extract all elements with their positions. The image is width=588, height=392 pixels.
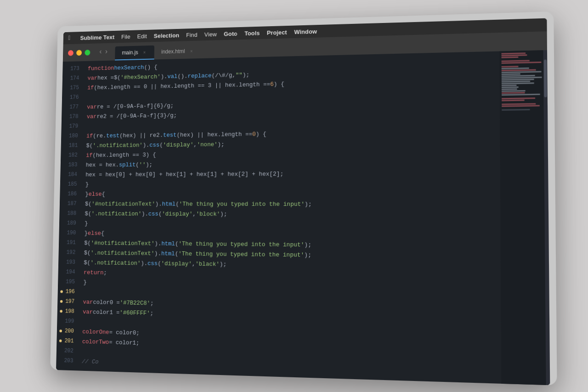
laptop-frame:  Sublime Text File Edit Selection Find … bbox=[50, 11, 557, 385]
tab-index-html[interactable]: index.html × bbox=[154, 44, 202, 59]
minimap-line bbox=[501, 52, 526, 54]
maximize-button[interactable] bbox=[85, 49, 90, 55]
tab-close-index-html[interactable]: × bbox=[188, 48, 194, 54]
screen:  Sublime Text File Edit Selection Find … bbox=[56, 18, 550, 385]
line-number-174: 174 bbox=[62, 73, 85, 83]
minimap-line bbox=[502, 66, 519, 68]
close-button[interactable] bbox=[68, 50, 74, 56]
apple-icon:  bbox=[68, 34, 72, 41]
scrollbar-thumb[interactable] bbox=[544, 59, 547, 97]
minimize-button[interactable] bbox=[76, 50, 82, 56]
line-number-203: 203 bbox=[56, 355, 79, 366]
tab-index-html-label: index.html bbox=[161, 48, 185, 55]
menu-item-goto[interactable]: Goto bbox=[224, 30, 237, 37]
menu-item-selection[interactable]: Selection bbox=[154, 32, 180, 39]
code-line-185: } bbox=[85, 178, 500, 189]
minimap-line bbox=[502, 105, 539, 107]
minimap-line bbox=[502, 86, 519, 88]
line-number-180: 180 bbox=[61, 131, 83, 141]
tabs-area: main.js × index.html × bbox=[115, 40, 201, 60]
line-number-185: 185 bbox=[60, 179, 82, 189]
line-number-191: 191 bbox=[59, 238, 81, 248]
nav-arrows: ‹ › bbox=[98, 48, 108, 56]
line-number-192: 192 bbox=[58, 247, 80, 257]
traffic-lights bbox=[68, 49, 90, 55]
code-line-186: } else { bbox=[85, 188, 500, 199]
line-number-177: 177 bbox=[62, 102, 84, 112]
line-number-194: 194 bbox=[58, 267, 80, 277]
code-line-184: hex = hex[0] + hex[0] + hex[1] + hex[1] … bbox=[85, 168, 500, 179]
menu-item-tools[interactable]: Tools bbox=[244, 29, 260, 36]
minimap-line bbox=[502, 79, 534, 80]
minimap-line bbox=[502, 92, 525, 94]
line-number-183: 183 bbox=[61, 160, 83, 170]
line-number-175: 175 bbox=[62, 83, 84, 93]
minimap-line bbox=[502, 97, 535, 99]
menu-item-view[interactable]: View bbox=[204, 30, 217, 37]
minimap-line bbox=[502, 67, 530, 69]
code-line-187: $('#notificationText').html('The thing y… bbox=[85, 199, 500, 209]
minimap-line bbox=[501, 54, 527, 56]
minimap-line bbox=[502, 90, 526, 92]
line-number-176: 176 bbox=[62, 92, 84, 102]
line-number-179: 179 bbox=[61, 121, 83, 131]
menu-item-app[interactable]: Sublime Text bbox=[80, 34, 114, 41]
menu-item-window[interactable]: Window bbox=[294, 28, 317, 35]
menu-item-edit[interactable]: Edit bbox=[137, 33, 147, 40]
line-number-193: 193 bbox=[58, 257, 80, 267]
line-number-188: 188 bbox=[59, 208, 81, 218]
line-number-178: 178 bbox=[62, 112, 84, 122]
minimap-line bbox=[502, 80, 530, 82]
line-number-195: 195 bbox=[58, 277, 80, 287]
line-number-190: 190 bbox=[59, 228, 81, 238]
line-number-198: 198 bbox=[57, 306, 79, 316]
minimap-line bbox=[502, 99, 524, 101]
code-area[interactable]: function hexSearch() { var hex = $('#hex… bbox=[78, 51, 501, 383]
line-number-201: 201 bbox=[57, 335, 79, 346]
menu-item-find[interactable]: Find bbox=[186, 31, 198, 38]
back-arrow-icon[interactable]: ‹ bbox=[98, 48, 102, 56]
menu-item-file[interactable]: File bbox=[121, 33, 130, 40]
minimap-line bbox=[501, 60, 529, 62]
minimap-line bbox=[502, 88, 517, 90]
tab-main-js[interactable]: main.js × bbox=[115, 45, 154, 60]
minimap-line bbox=[501, 56, 518, 58]
line-number-202: 202 bbox=[57, 346, 79, 356]
line-number-199: 199 bbox=[57, 316, 79, 326]
line-number-182: 182 bbox=[61, 150, 83, 160]
minimap-line bbox=[502, 82, 534, 84]
minimap-line bbox=[502, 108, 530, 110]
menu-item-project[interactable]: Project bbox=[267, 28, 287, 36]
line-number-196: 196 bbox=[58, 286, 80, 296]
line-number-173: 173 bbox=[62, 63, 85, 74]
line-number-181: 181 bbox=[61, 141, 83, 150]
minimap-line bbox=[502, 73, 520, 75]
line-number-184: 184 bbox=[60, 170, 82, 179]
line-number-197: 197 bbox=[57, 296, 79, 307]
forward-arrow-icon[interactable]: › bbox=[104, 48, 108, 56]
minimap bbox=[499, 50, 546, 385]
code-line-188: $('.notification').css('display', 'block… bbox=[85, 208, 500, 220]
tab-main-js-label: main.js bbox=[122, 49, 138, 56]
minimap-line bbox=[502, 103, 536, 105]
line-number-187: 187 bbox=[60, 199, 82, 208]
line-number-200: 200 bbox=[57, 326, 79, 336]
line-number-189: 189 bbox=[59, 218, 81, 228]
line-number-186: 186 bbox=[60, 189, 82, 199]
minimap-line bbox=[502, 85, 516, 86]
tab-close-main-js[interactable]: × bbox=[141, 49, 147, 55]
editor-area: 1731741751761771781791801811821831841851… bbox=[56, 50, 550, 385]
